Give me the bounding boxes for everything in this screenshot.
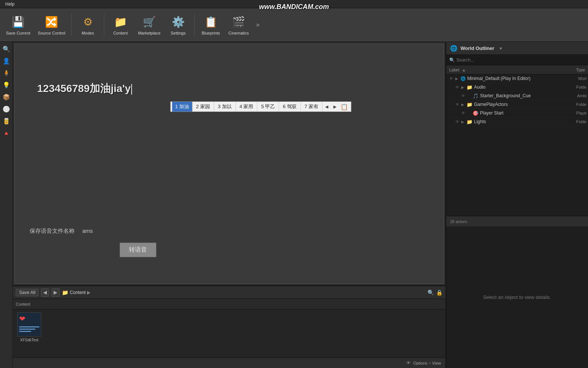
tree-item-audio[interactable]: 👁 ▶ 📁 Audio Folde (446, 83, 588, 92)
save-current-button[interactable]: 💾 Save Current (3, 12, 33, 38)
col-sort-icon[interactable]: ▲ (462, 68, 466, 72)
settings-button[interactable]: ⚙️ Settings (165, 12, 191, 38)
details-empty-text: Select an object to view details. (483, 294, 551, 300)
cb-lock-icon[interactable]: 🔒 (436, 290, 442, 296)
file-name: XFSdkTest (20, 338, 38, 342)
toolbar: 💾 Save Current 🔀 Source Control ⚙ Modes … (0, 8, 588, 42)
tree-folder-icon-5: 📁 (466, 119, 472, 125)
cinematics-label: Cinematics (228, 31, 249, 35)
col-type-header: Type (555, 68, 585, 72)
toolbar-separator-2 (104, 14, 104, 36)
source-control-button[interactable]: 🔀 Source Control (35, 12, 68, 38)
tree-expand-4: ▶ (467, 111, 472, 115)
sidebar-cone[interactable]: 🔺 (1, 128, 12, 138)
main-layout: 🔍 👤 🧍 💡 📦 ⚪ 🥫 🔺 123456789加油jia'y 1 加油 2 … (0, 42, 588, 368)
ime-prev-button[interactable]: ◀ (322, 102, 331, 112)
tree-expand-1[interactable]: ▶ (461, 85, 466, 89)
ime-candidate-7[interactable]: 7 家有 (301, 102, 322, 112)
tree-expand-0[interactable]: ▶ (455, 77, 460, 81)
tree-expand-5[interactable]: ▶ (461, 120, 466, 124)
sidebar-sphere[interactable]: ⚪ (1, 104, 12, 114)
file-line-1 (19, 326, 39, 327)
right-panel: 🌐 World Outliner ▼ 🔍 Label ▲ Type 👁 ▶ 🌐 … (446, 42, 588, 368)
ime-candidate-6[interactable]: 6 驾驭 (279, 102, 301, 112)
tree-eye-icon-3[interactable]: 👁 (454, 101, 460, 108)
tree-item-starter-bg[interactable]: 👁 ▶ 🎵 Starter_Background_Cue Ambi (446, 92, 588, 100)
outliner-title: World Outliner (460, 45, 494, 51)
ime-candidate-5[interactable]: 5 甲乙 (257, 102, 279, 112)
toolbar-more-button[interactable]: » (254, 14, 262, 36)
ime-candidate-4[interactable]: 4 家用 (236, 102, 258, 112)
tree-eye-icon-2[interactable]: 👁 (460, 92, 466, 99)
outliner-dropdown-icon[interactable]: ▼ (499, 46, 503, 51)
blueprints-icon: 📋 (203, 14, 218, 29)
content-button[interactable]: 📁 Content (107, 12, 134, 38)
content-area: 123456789加油jia'y 1 加油 2 家园 3 加以 4 家用 5 甲… (13, 42, 446, 368)
tree-expand-3[interactable]: ▶ (461, 103, 466, 107)
cb-path-label: Content (16, 302, 30, 306)
voice-label: 保存语音文件名称 (30, 228, 75, 234)
cb-breadcrumb-root[interactable]: Content (70, 290, 86, 295)
voice-value: ams (82, 228, 93, 234)
ime-next-button[interactable]: ▶ (331, 102, 339, 112)
content-browser-files: ❤ XFSdkTest (13, 309, 446, 357)
file-item-xfsdktest[interactable]: ❤ XFSdkTest (16, 312, 43, 354)
tree-item-gameplay[interactable]: 👁 ▶ 📁 GamePlayActors Folde (446, 100, 588, 109)
details-panel: Select an object to view details. (446, 226, 588, 368)
cb-breadcrumb: 📁 Content ▶ (62, 290, 90, 296)
sidebar-bulb[interactable]: 💡 (1, 80, 12, 90)
tree-eye-icon-0[interactable]: 👁 (448, 75, 454, 82)
modes-button[interactable]: ⚙ Modes (75, 12, 101, 38)
settings-label: Settings (171, 31, 186, 35)
tree-item-lights[interactable]: 👁 ▶ 📁 Lights Folde (446, 118, 588, 126)
tree-folder-icon-3: 📁 (466, 102, 472, 107)
file-thumbnail: ❤ (17, 312, 41, 336)
save-all-button[interactable]: Save All (16, 289, 39, 296)
sidebar-cube[interactable]: 📦 (1, 92, 12, 102)
ime-candidate-3[interactable]: 3 加以 (214, 102, 236, 112)
tree-item-name-5: Lights (474, 119, 556, 124)
modes-label: Modes (82, 31, 94, 35)
content-browser-path: Content (13, 299, 446, 309)
sidebar-person[interactable]: 👤 (1, 56, 12, 66)
cb-forward-button[interactable]: ▶ (51, 288, 60, 297)
tree-actor-icon: 🎯 (472, 110, 478, 116)
tree-audio-icon: 🎵 (472, 93, 478, 99)
ime-selected-candidate[interactable]: 1 加油 (172, 102, 192, 112)
file-heart-icon: ❤ (19, 314, 26, 323)
help-menu[interactable]: Help (3, 1, 17, 8)
ime-candidate-2[interactable]: 2 家园 (192, 102, 214, 112)
outliner-search: 🔍 (446, 55, 588, 65)
save-icon: 💾 (10, 14, 26, 29)
tree-item-player-start[interactable]: 👁 ▶ 🎯 Player Start Playe (446, 109, 588, 118)
file-line-2 (19, 329, 35, 330)
tree-item-type-5: Folde (556, 119, 586, 124)
file-lines (19, 326, 39, 333)
blueprints-label: Blueprints (202, 31, 220, 35)
tree-eye-icon-5[interactable]: 👁 (454, 118, 460, 125)
tree-item-minimal-default[interactable]: 👁 ▶ 🌐 Minimal_Default (Play In Editor) W… (446, 74, 588, 83)
ime-tools-button[interactable]: 📋 (339, 102, 350, 112)
convert-button[interactable]: 转语音 (120, 243, 156, 257)
content-browser: Save All ◀ ▶ 📁 Content ▶ 🔍 🔒 Content (13, 285, 446, 368)
sidebar-search[interactable]: 🔍 (1, 44, 12, 54)
tree-eye-icon-1[interactable]: 👁 (454, 84, 460, 90)
marketplace-button[interactable]: 🛒 Marketplace (135, 12, 164, 38)
view-options-label[interactable]: Options ~ View (413, 361, 441, 365)
blueprints-button[interactable]: 📋 Blueprints (198, 12, 224, 38)
cinematics-button[interactable]: 🎬 Cinematics (225, 12, 252, 38)
tree-item-name-0: Minimal_Default (Play In Editor) (467, 76, 556, 81)
settings-icon: ⚙️ (171, 14, 186, 29)
outliner-footer: 26 actors (446, 216, 588, 226)
cb-search-icon[interactable]: 🔍 (428, 290, 434, 296)
sidebar-cylinder[interactable]: 🥫 (1, 116, 12, 126)
tree-eye-icon-4[interactable]: 👁 (460, 110, 466, 116)
cb-chevron-icon: ▶ (87, 290, 90, 295)
tree-item-name-3: GamePlayActors (474, 102, 556, 107)
source-control-icon: 🔀 (44, 14, 59, 29)
outliner-search-input[interactable] (456, 57, 585, 63)
tree-folder-icon-1: 📁 (466, 84, 472, 90)
cb-back-button[interactable]: ◀ (41, 288, 49, 297)
sidebar-person2[interactable]: 🧍 (1, 68, 12, 78)
cinematics-icon: 🎬 (231, 14, 246, 29)
